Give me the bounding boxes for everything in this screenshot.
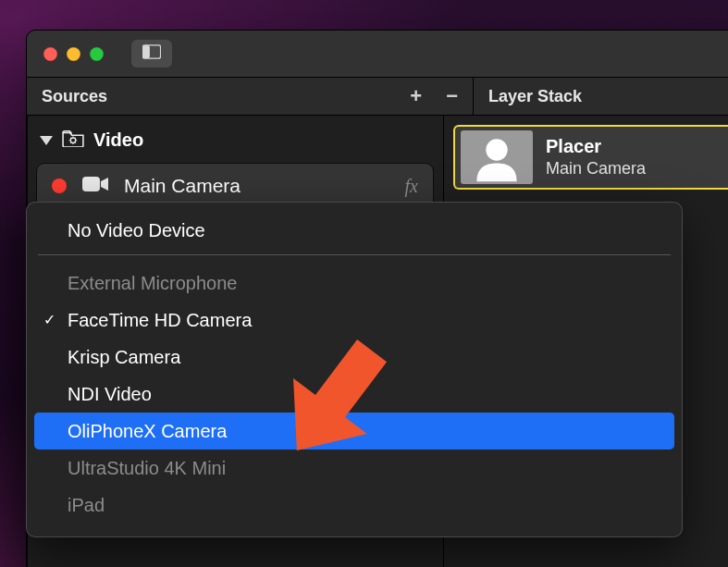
video-group-header[interactable]: Video — [27, 123, 443, 163]
dropdown-option[interactable]: External Microphone — [34, 265, 674, 302]
sources-title: Sources — [42, 87, 107, 106]
traffic-lights — [43, 47, 104, 61]
remove-source-button[interactable]: − — [446, 86, 458, 106]
video-device-dropdown: No Video Device External Microphone✓Face… — [26, 202, 683, 537]
dropdown-option[interactable]: iPad — [34, 487, 674, 524]
dropdown-option-label: UltraStudio 4K Mini — [68, 457, 226, 479]
fx-button[interactable]: fx — [405, 176, 418, 197]
layer-card-placer[interactable]: Placer Main Camera — [453, 125, 728, 190]
layerstack-header: Layer Stack — [474, 78, 728, 115]
dropdown-option[interactable]: OliPhoneX Camera — [34, 413, 674, 450]
dropdown-option-label: External Microphone — [68, 272, 237, 294]
camera-icon — [81, 174, 109, 199]
folder-gear-icon — [62, 129, 84, 152]
check-icon: ✓ — [43, 311, 56, 328]
dropdown-option-label: OliPhoneX Camera — [68, 420, 227, 442]
zoom-window-button[interactable] — [90, 47, 104, 61]
svg-rect-1 — [142, 45, 150, 58]
window-titlebar[interactable] — [27, 31, 728, 78]
layer-thumbnail — [461, 130, 533, 184]
dropdown-option[interactable]: Krisp Camera — [34, 339, 674, 376]
dropdown-option-none[interactable]: No Video Device — [34, 212, 674, 249]
layer-subtitle: Main Camera — [546, 159, 646, 179]
dropdown-option-label: FaceTime HD Camera — [68, 309, 252, 331]
dropdown-option[interactable]: UltraStudio 4K Mini — [34, 450, 674, 487]
layer-title: Placer — [546, 136, 646, 157]
dropdown-separator — [38, 254, 671, 255]
svg-rect-11 — [82, 177, 100, 191]
sources-header: Sources + − — [27, 78, 474, 115]
add-source-button[interactable]: + — [410, 86, 422, 106]
dropdown-option[interactable]: ✓FaceTime HD Camera — [34, 302, 674, 339]
minimize-window-button[interactable] — [67, 47, 80, 61]
toggle-sidebar-button[interactable] — [131, 40, 172, 68]
dropdown-option-label: Krisp Camera — [68, 346, 180, 368]
close-window-button[interactable] — [43, 47, 57, 61]
dropdown-option-label: No Video Device — [68, 219, 205, 241]
svg-line-7 — [70, 138, 71, 139]
svg-line-10 — [70, 142, 71, 143]
dropdown-option-label: iPad — [68, 494, 105, 516]
svg-line-9 — [75, 138, 76, 139]
layerstack-title: Layer Stack — [488, 87, 582, 106]
dropdown-option[interactable]: NDI Video — [34, 376, 674, 413]
source-name-label: Main Camera — [124, 175, 241, 197]
disclosure-triangle-icon — [40, 136, 53, 145]
svg-line-8 — [75, 142, 76, 143]
recording-indicator-icon — [52, 179, 67, 193]
sidebar-icon — [142, 44, 161, 63]
layer-info: Placer Main Camera — [546, 136, 646, 179]
svg-point-12 — [486, 139, 507, 160]
dropdown-option-label: NDI Video — [68, 383, 152, 405]
video-group-label: Video — [93, 129, 143, 151]
column-headers: Sources + − Layer Stack — [27, 78, 728, 116]
svg-point-2 — [70, 138, 75, 142]
